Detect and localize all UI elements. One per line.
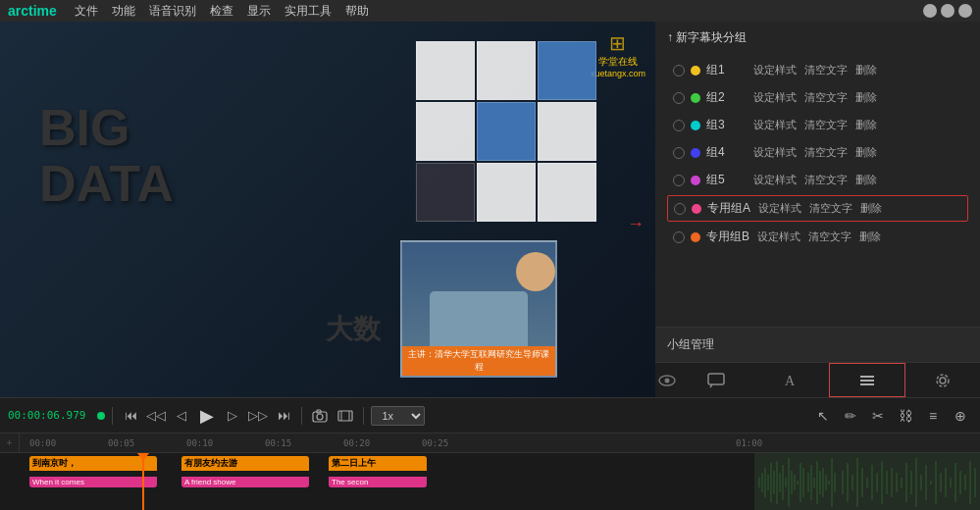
ruler-mark-6: 01:00 xyxy=(736,438,762,448)
group-row-groupB[interactable]: 专用组B设定样式清空文字删除 xyxy=(667,225,968,249)
group-action-设定样式[interactable]: 设定样式 xyxy=(753,145,797,160)
window-controls xyxy=(923,4,972,18)
group-row-group5[interactable]: 组5设定样式清空文字删除 xyxy=(667,168,968,192)
svg-text:A: A xyxy=(785,374,796,388)
play-button[interactable]: ▶ xyxy=(196,405,218,427)
timeline-expand-button[interactable]: + xyxy=(0,434,20,452)
group-action-清空文字[interactable]: 清空文字 xyxy=(804,90,848,105)
group-radio-group1[interactable] xyxy=(673,65,685,76)
maximize-button[interactable] xyxy=(941,4,954,18)
group-row-group3[interactable]: 组3设定样式清空文字删除 xyxy=(667,113,968,137)
group-action-清空文字[interactable]: 清空文字 xyxy=(804,173,848,187)
group-action-清空文字[interactable]: 清空文字 xyxy=(808,230,851,244)
skip-forward-button[interactable]: ⏭ xyxy=(273,405,294,427)
separator-2 xyxy=(301,407,302,425)
clip-3[interactable]: 第二日上午 The secon xyxy=(329,456,427,487)
group-label-groupA: 专用组A xyxy=(707,200,750,217)
group-action-设定样式[interactable]: 设定样式 xyxy=(757,230,800,244)
link-button[interactable]: ⛓ xyxy=(894,404,917,428)
speed-select[interactable]: 1x 0.5x 1.5x 2x xyxy=(371,406,425,426)
separator-1 xyxy=(112,407,113,425)
group-dot-group1 xyxy=(691,66,700,76)
list-icon-button[interactable] xyxy=(829,363,905,397)
group-action-删除[interactable]: 删除 xyxy=(855,63,877,77)
group-action-删除[interactable]: 删除 xyxy=(855,90,877,105)
red-arrow-indicator: → xyxy=(627,214,645,234)
film-icon xyxy=(337,409,353,423)
subtitle-groups-panel: ↑ 新字幕块分组 组1设定样式清空文字删除组2设定样式清空文字删除组3设定样式清… xyxy=(655,22,980,327)
svg-point-8 xyxy=(940,378,946,383)
group-radio-group4[interactable] xyxy=(673,147,685,159)
clip-2[interactable]: 有朋友约去游 A friend showe xyxy=(181,456,309,487)
menu-check[interactable]: 检查 xyxy=(204,1,239,22)
menu-help[interactable]: 帮助 xyxy=(339,1,375,22)
group-action-删除[interactable]: 删除 xyxy=(860,201,882,216)
group-label-group4: 组4 xyxy=(706,144,746,161)
cube-cell xyxy=(416,41,475,100)
group-row-group4[interactable]: 组4设定样式清空文字删除 xyxy=(667,140,968,165)
playhead[interactable] xyxy=(142,453,144,510)
group-management[interactable]: 小组管理 xyxy=(655,327,980,362)
group-label-group5: 组5 xyxy=(706,172,746,188)
prev-frame-button[interactable]: ◁◁ xyxy=(145,405,167,427)
timeline-ruler: + 00:00 00:05 00:10 00:15 00:20 00:25 01… xyxy=(0,434,980,453)
ruler-mark-3: 00:15 xyxy=(265,438,291,448)
group-radio-groupA[interactable] xyxy=(674,203,686,215)
align-button[interactable]: ≡ xyxy=(921,404,945,428)
group-row-group2[interactable]: 组2设定样式清空文字删除 xyxy=(667,85,968,110)
group-action-删除[interactable]: 删除 xyxy=(859,230,881,244)
group-action-删除[interactable]: 删除 xyxy=(855,145,877,160)
next-frame-button[interactable]: ▷▷ xyxy=(247,405,269,427)
group-action-删除[interactable]: 删除 xyxy=(855,118,877,132)
merge-button[interactable]: ⊕ xyxy=(949,404,972,428)
chat-icon-button[interactable] xyxy=(679,363,753,397)
group-dot-group5 xyxy=(691,176,700,185)
menu-display[interactable]: 显示 xyxy=(241,1,277,22)
clip-1-bottom: When it comes xyxy=(29,477,157,487)
separator-3 xyxy=(363,407,364,425)
video-canvas: ⊞ 学堂在线 xuetangx.com BIG DATA xyxy=(0,22,655,397)
camera-button[interactable] xyxy=(309,405,331,427)
group-dot-group3 xyxy=(691,121,700,130)
group-action-清空文字[interactable]: 清空文字 xyxy=(804,118,848,132)
scissors-button[interactable]: ✂ xyxy=(866,404,890,428)
edit-button[interactable]: ✏ xyxy=(839,404,862,428)
panel-bottom-icons: A xyxy=(655,362,980,397)
group-action-设定样式[interactable]: 设定样式 xyxy=(753,173,797,187)
gear-icon-button[interactable] xyxy=(905,363,980,397)
group-action-删除[interactable]: 删除 xyxy=(855,173,877,187)
cursor-button[interactable]: ↖ xyxy=(811,404,835,428)
group-radio-group5[interactable] xyxy=(673,175,685,186)
menu-tools[interactable]: 实用工具 xyxy=(279,1,337,22)
menu-function[interactable]: 功能 xyxy=(106,1,141,22)
bottom-toolbar: 00:00:06.979 ⏮ ◁◁ ◁ ▶ ▷ ▷▷ ⏭ 1x 0.5x 1.5… xyxy=(0,397,980,433)
minimize-button[interactable] xyxy=(923,4,937,18)
svg-point-1 xyxy=(665,378,670,382)
group-action-清空文字[interactable]: 清空文字 xyxy=(809,201,852,216)
group-action-设定样式[interactable]: 设定样式 xyxy=(753,118,797,132)
group-action-设定样式[interactable]: 设定样式 xyxy=(753,63,797,77)
lecture-overlay: 主讲：清华大学互联网研究生导师课程 xyxy=(400,240,557,378)
main-area: ⊞ 学堂在线 xuetangx.com BIG DATA xyxy=(0,22,980,397)
menu-speech[interactable]: 语音识别 xyxy=(143,1,202,22)
group-radio-group2[interactable] xyxy=(673,92,685,104)
clip-button[interactable] xyxy=(335,405,356,427)
group-action-清空文字[interactable]: 清空文字 xyxy=(804,145,848,160)
group-action-设定样式[interactable]: 设定样式 xyxy=(753,90,797,105)
close-button[interactable] xyxy=(958,4,972,18)
group-radio-groupB[interactable] xyxy=(673,231,685,243)
next-button[interactable]: ▷ xyxy=(222,405,243,427)
group-action-清空文字[interactable]: 清空文字 xyxy=(804,63,848,77)
cube-grid xyxy=(416,41,596,222)
group-row-groupA[interactable]: 专用组A设定样式清空文字删除 xyxy=(667,195,968,222)
prev-button[interactable]: ◁ xyxy=(171,405,192,427)
group-radio-group3[interactable] xyxy=(673,120,685,131)
menu-file[interactable]: 文件 xyxy=(69,1,104,22)
group-dot-group4 xyxy=(691,148,700,158)
playhead-arrow xyxy=(137,453,149,461)
group-action-设定样式[interactable]: 设定样式 xyxy=(758,201,801,216)
group-row-group1[interactable]: 组1设定样式清空文字删除 xyxy=(667,58,968,82)
text-icon-button[interactable]: A xyxy=(753,363,828,397)
skip-back-button[interactable]: ⏮ xyxy=(120,405,141,427)
clip-3-top: 第二日上午 xyxy=(329,456,427,471)
